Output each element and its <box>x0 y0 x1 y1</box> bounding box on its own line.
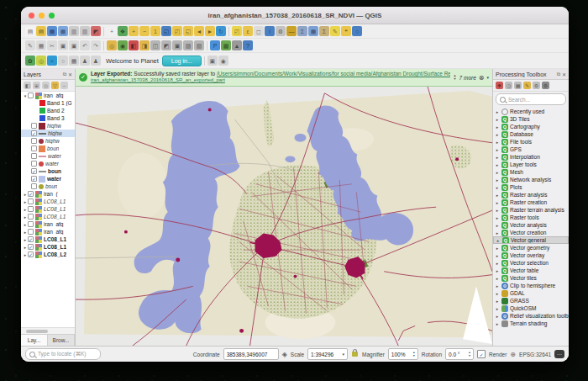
select-features-icon[interactable]: ◰ <box>232 26 242 36</box>
processing-group-item[interactable]: ▸ Mesh <box>493 168 569 176</box>
manage-map-themes-icon[interactable]: ◎ <box>42 82 50 89</box>
user-profile-icon[interactable]: ♟ <box>80 56 90 66</box>
layer-item[interactable]: ▸ LC08_L1 <box>21 243 75 251</box>
processing-group-item[interactable]: ▸ Network analysis <box>493 176 569 183</box>
close-panel-icon[interactable]: ✕ <box>68 71 72 77</box>
expand-arrow-icon[interactable]: ▸ <box>495 208 500 213</box>
expand-arrow-icon[interactable]: ▸ <box>495 230 500 235</box>
crs-globe-icon[interactable]: ⊕ <box>510 351 516 358</box>
layer-item[interactable]: ▸ iran_afg <box>21 220 75 228</box>
osm-place-search-icon[interactable]: ◎ <box>36 56 46 66</box>
rotation-stepper[interactable]: 0.0 °▴▾ <box>445 348 474 360</box>
coordinate-input[interactable]: 385389,3496007 <box>223 348 279 360</box>
processing-group-item[interactable]: ▸ Raster terrain analysis <box>493 206 569 214</box>
expand-arrow-icon[interactable]: ▸ <box>495 268 500 273</box>
new-print-layout-icon[interactable]: ▥ <box>69 26 79 36</box>
processing-group-item[interactable]: ▸ Cartography <box>493 123 569 130</box>
dissolve-icon[interactable]: ▣ <box>172 40 182 50</box>
processing-group-item[interactable]: ▸ Clip to hemisphere <box>493 282 569 289</box>
locate-input[interactable]: Type to locate (⌘K) <box>25 348 101 360</box>
expand-arrow-icon[interactable]: ▸ <box>495 261 500 266</box>
expand-arrow-icon[interactable]: ▸ <box>495 109 500 114</box>
layer-item[interactable]: boun <box>21 145 75 152</box>
processing-group-item[interactable]: ▸ Database <box>493 130 569 138</box>
layer-visibility-checkbox[interactable] <box>28 221 34 227</box>
processing-group-item[interactable]: ▸ Vector creation <box>493 229 569 236</box>
expand-arrow-icon[interactable]: ▸ <box>495 314 500 319</box>
union-icon[interactable]: ◩ <box>161 40 171 50</box>
zoom-out-icon[interactable]: − <box>139 26 150 36</box>
expand-arrow-icon[interactable]: ▸ <box>495 140 500 145</box>
layer-item[interactable]: Band 2 <box>21 107 75 114</box>
minimize-window-button[interactable] <box>39 13 45 19</box>
expand-arrow-icon[interactable]: ▸ <box>495 170 500 175</box>
save-edits-icon[interactable]: ▦ <box>36 40 46 50</box>
layer-item[interactable]: ▸ iran_( <box>21 190 75 198</box>
layer-visibility-checkbox[interactable] <box>31 146 37 151</box>
layer-item[interactable]: ▸ LC08_L1 <box>21 235 75 243</box>
offset-curve-icon[interactable]: ◉ <box>118 40 128 50</box>
annotation-icon[interactable]: ✎ <box>330 26 340 36</box>
expand-arrow-icon[interactable]: ▸ <box>495 185 500 190</box>
layer-visibility-checkbox[interactable] <box>31 176 37 182</box>
expand-arrow-icon[interactable]: ▸ <box>495 276 500 281</box>
zoom-window-button[interactable] <box>49 13 55 19</box>
processing-search-input[interactable]: Search... <box>496 93 566 105</box>
zoom-native-icon[interactable]: 1 <box>150 26 160 36</box>
more-messages-link[interactable]: 7 more <box>459 75 476 81</box>
expand-arrow-icon[interactable]: ▸ <box>495 193 500 198</box>
layer-item[interactable]: water <box>21 152 75 160</box>
copy-icon[interactable]: ▣ <box>58 40 68 50</box>
planet-logo-icon[interactable]: ≈ <box>47 56 57 66</box>
magnifier-stepper[interactable]: 100%▴▾ <box>388 348 418 360</box>
layer-item[interactable]: water <box>21 160 75 167</box>
search-tool-icon[interactable]: ○ <box>352 26 362 36</box>
processing-group-item[interactable]: ▸ 3D Tiles <box>493 115 569 123</box>
map-tips-icon[interactable]: ❝ <box>341 26 351 36</box>
close-panel-icon[interactable]: ✕ <box>562 71 566 77</box>
models-icon[interactable]: ❖ <box>496 82 503 89</box>
processing-group-item[interactable]: ▸ Terrain shading <box>493 320 569 327</box>
layer-visibility-checkbox[interactable] <box>31 168 37 174</box>
layers-hscrollbar[interactable] <box>21 327 75 334</box>
expand-arrow-icon[interactable]: ▸ <box>495 215 500 220</box>
processing-group-item[interactable]: ▸ Vector selection <box>493 259 569 267</box>
layer-visibility-checkbox[interactable] <box>28 191 34 197</box>
redo-icon[interactable]: ↷ <box>91 40 101 50</box>
expand-arrow-icon[interactable]: ▸ <box>495 246 500 251</box>
layer-visibility-checkbox[interactable] <box>28 244 34 250</box>
notification-file-link[interactable]: iran_afghanistan_157038_20160618_SR_an_e… <box>91 77 450 84</box>
zoom-next-icon[interactable]: ► <box>205 26 215 36</box>
pan-to-selection-icon[interactable]: ❖ <box>118 26 128 36</box>
expand-arrow-icon[interactable]: ▸ <box>495 283 500 288</box>
layer-visibility-checkbox[interactable] <box>31 138 37 144</box>
layer-visibility-checkbox[interactable] <box>31 130 37 136</box>
undo-icon[interactable]: ↶ <box>80 40 90 50</box>
notification-path-link[interactable]: /Users/simmon/Documents/Work/Visualizati… <box>217 71 450 77</box>
map-canvas[interactable] <box>76 87 492 346</box>
wrench-icon[interactable]: ⚙ <box>542 82 549 89</box>
processing-group-item[interactable]: ▸ Relief visualization toolbox <box>493 312 569 320</box>
render-checkbox[interactable] <box>477 350 486 358</box>
expand-arrow-icon[interactable]: ▸ <box>495 124 500 130</box>
layer-visibility-checkbox[interactable] <box>31 161 37 167</box>
messages-button[interactable]: ··· <box>554 350 564 358</box>
layer-visibility-checkbox[interactable] <box>28 251 34 257</box>
layer-visibility-checkbox[interactable] <box>31 153 37 159</box>
layer-item[interactable]: boun <box>21 183 75 190</box>
merge-layers-icon[interactable]: ▧ <box>194 40 204 50</box>
layer-item[interactable]: Band 3 <box>21 114 75 122</box>
expand-arrow-icon[interactable]: ▸ <box>495 162 500 167</box>
statistical-summary-icon[interactable]: Σ <box>297 26 307 36</box>
zoom-last-icon[interactable]: ◄ <box>194 26 204 36</box>
processing-group-item[interactable]: ▸ Interpolation <box>493 153 569 161</box>
layer-item[interactable]: water <box>21 175 75 183</box>
layer-item[interactable]: highw <box>21 130 75 137</box>
edit-features-in-place-icon[interactable]: ✎ <box>523 82 531 89</box>
processing-group-item[interactable]: ▸ GRASS <box>493 297 569 304</box>
processing-group-item[interactable]: ▸ Raster creation <box>493 198 569 206</box>
planet-login-button[interactable]: Log in... <box>162 56 202 66</box>
cut-icon[interactable]: ✂ <box>47 40 57 50</box>
results-viewer-icon[interactable]: ▦ <box>514 82 522 89</box>
message-caret-icon[interactable]: ▾ <box>486 75 489 80</box>
